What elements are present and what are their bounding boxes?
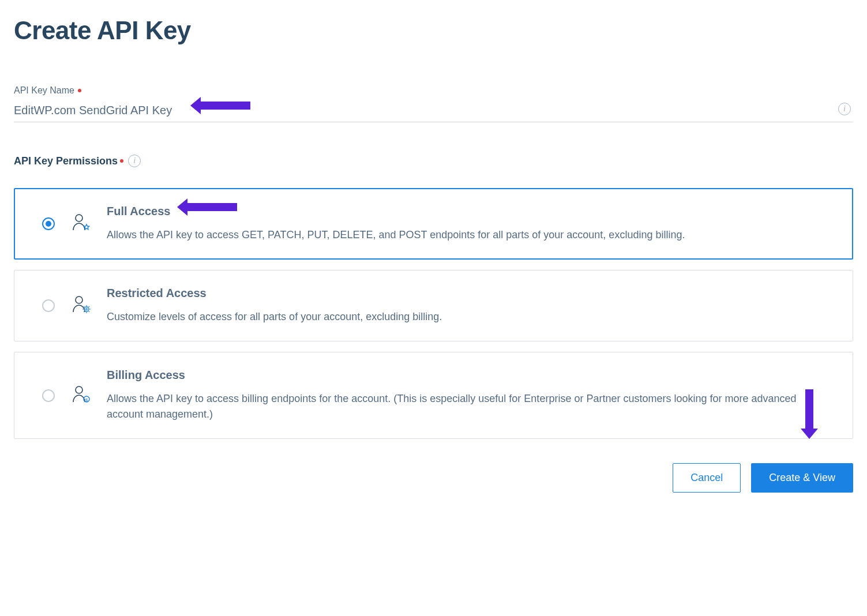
svg-point-1 — [76, 296, 82, 303]
api-key-name-input-wrap: i — [14, 102, 853, 122]
info-icon[interactable]: i — [128, 155, 141, 167]
info-icon[interactable]: i — [838, 103, 851, 115]
person-star-icon — [71, 213, 91, 235]
permissions-label-text: API Key Permissions — [14, 155, 118, 167]
api-key-name-label: API Key Name — [14, 85, 853, 96]
option-full-access[interactable]: Full Access Allows the API key to access… — [14, 188, 853, 260]
svg-text:$: $ — [85, 397, 88, 402]
person-dollar-icon: $ — [71, 385, 91, 407]
svg-point-0 — [76, 215, 82, 221]
option-restricted-access[interactable]: Restricted Access Customize levels of ac… — [14, 270, 853, 341]
radio-full-access[interactable] — [42, 217, 55, 230]
api-key-name-group: API Key Name i — [14, 85, 853, 122]
person-gear-icon — [71, 295, 91, 317]
required-indicator-icon — [120, 159, 123, 163]
option-restricted-title: Restricted Access — [107, 287, 833, 300]
option-billing-desc: Allows the API key to access billing end… — [107, 391, 833, 422]
page-title: Create API Key — [14, 16, 853, 45]
api-key-name-label-text: API Key Name — [14, 85, 74, 96]
option-billing-title: Billing Access — [107, 369, 833, 382]
svg-point-3 — [86, 309, 88, 310]
form-actions: Cancel Create & View — [14, 463, 853, 493]
svg-point-4 — [76, 386, 82, 393]
option-restricted-text: Restricted Access Customize levels of ac… — [107, 287, 833, 325]
required-indicator-icon — [78, 89, 81, 92]
radio-restricted-access[interactable] — [42, 299, 55, 312]
svg-point-2 — [84, 307, 89, 311]
permission-options: Full Access Allows the API key to access… — [14, 188, 853, 439]
create-view-button[interactable]: Create & View — [751, 463, 853, 493]
option-full-desc: Allows the API key to access GET, PATCH,… — [107, 227, 833, 243]
option-restricted-desc: Customize levels of access for all parts… — [107, 309, 833, 325]
permissions-section-label: API Key Permissions i — [14, 155, 853, 167]
radio-billing-access[interactable] — [42, 389, 55, 402]
option-billing-text: Billing Access Allows the API key to acc… — [107, 369, 833, 422]
cancel-button[interactable]: Cancel — [673, 463, 741, 493]
annotation-arrow-icon — [198, 102, 250, 110]
option-billing-access[interactable]: $ Billing Access Allows the API key to a… — [14, 352, 853, 439]
annotation-arrow-icon — [805, 389, 813, 431]
annotation-arrow-icon — [185, 203, 237, 211]
api-key-name-input[interactable] — [14, 102, 853, 122]
